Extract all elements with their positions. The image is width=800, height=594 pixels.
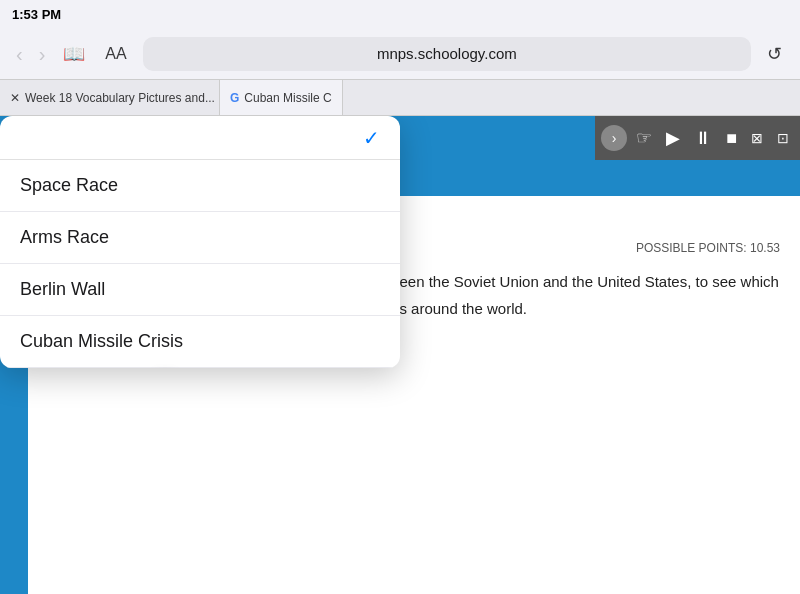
media-controls: › ☞ ▶ ⏸ ■ ⊠ ⊡ <box>595 116 800 160</box>
checkmark-icon: ✓ <box>363 126 380 150</box>
tabs-row: ✕ Week 18 Vocabulary Pictures and... G C… <box>0 80 800 116</box>
aa-button[interactable]: AA <box>97 41 134 67</box>
refresh-button[interactable]: ↺ <box>759 39 790 69</box>
forward-button[interactable]: › <box>33 40 52 68</box>
tab-favicon-google: G <box>230 91 239 105</box>
chevron-right-btn[interactable]: › <box>601 125 627 151</box>
dropdown-option-arms-race[interactable]: Arms Race <box>0 212 400 264</box>
status-bar: 1:53 PM <box>0 0 800 28</box>
tab-label-1: Week 18 Vocabulary Pictures and... <box>25 91 215 105</box>
pause-btn[interactable]: ⏸ <box>689 127 717 149</box>
dropdown-option-space-race[interactable]: Space Race <box>0 160 400 212</box>
tab-favicon-1: ✕ <box>10 91 20 105</box>
page-content: RESOURCES GRA › ☞ ▶ ⏸ ■ ⊠ ⊡ REPORT sion … <box>0 116 800 594</box>
browser-chrome: ‹ › 📖 AA mnps.schoology.com ↺ <box>0 28 800 80</box>
bookmark-icon[interactable]: 📖 <box>59 39 89 69</box>
dropdown-menu: ✓ Space Race Arms Race Berlin Wall Cuban… <box>0 116 400 368</box>
url-text: mnps.schoology.com <box>377 45 517 62</box>
skip-btn[interactable]: ⊠ <box>746 129 768 147</box>
address-bar[interactable]: mnps.schoology.com <box>143 37 751 71</box>
cursor-btn[interactable]: ☞ <box>631 127 657 149</box>
tab-label-2: Cuban Missile C <box>244 91 331 105</box>
extra-btn[interactable]: ⊡ <box>772 129 794 147</box>
tab-cuban-missile[interactable]: G Cuban Missile C <box>220 80 343 115</box>
dropdown-option-berlin-wall[interactable]: Berlin Wall <box>0 264 400 316</box>
back-button[interactable]: ‹ <box>10 40 29 68</box>
play-btn[interactable]: ▶ <box>661 127 685 149</box>
tab-vocabulary[interactable]: ✕ Week 18 Vocabulary Pictures and... <box>0 80 220 115</box>
dropdown-option-cuban-missile[interactable]: Cuban Missile Crisis <box>0 316 400 368</box>
time-display: 1:53 PM <box>12 7 61 22</box>
nav-buttons: ‹ › <box>10 40 51 68</box>
dropdown-checkmark-row: ✓ <box>0 116 400 160</box>
stop-btn[interactable]: ■ <box>721 127 742 149</box>
